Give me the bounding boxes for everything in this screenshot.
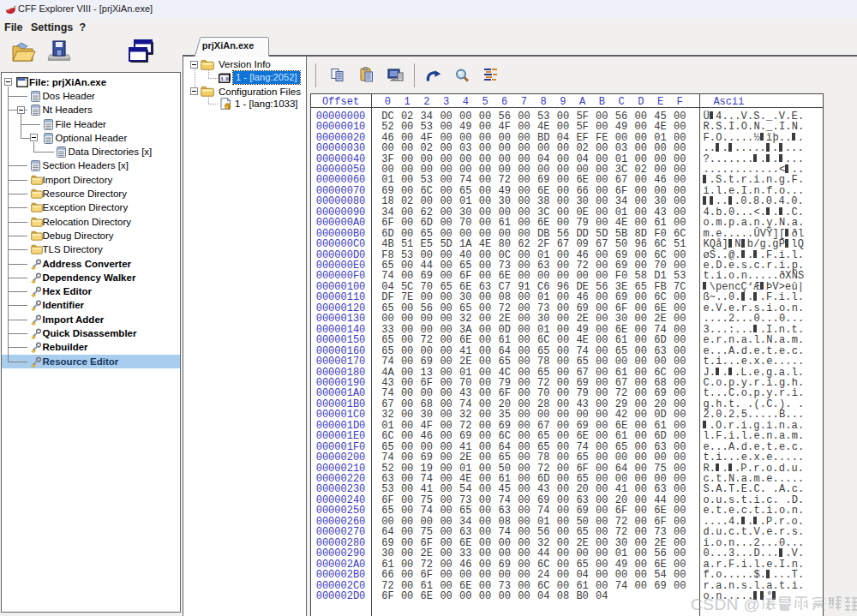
- svg-text:1.0: 1.0: [220, 76, 229, 82]
